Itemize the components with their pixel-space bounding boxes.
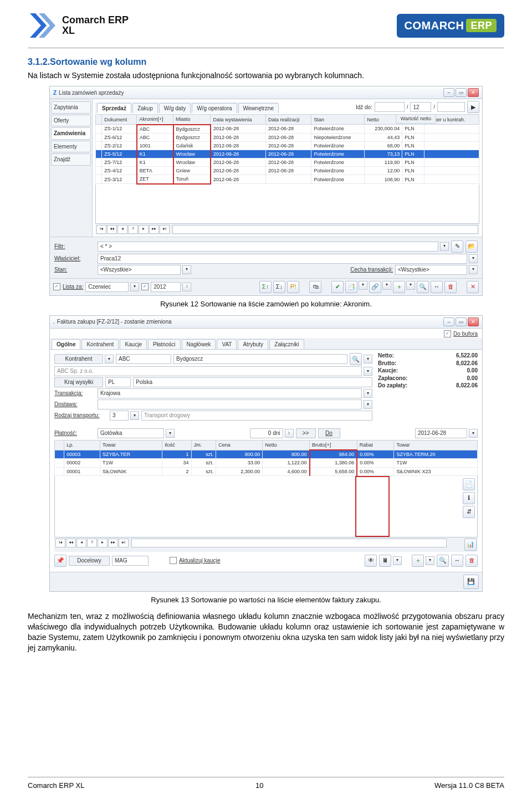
filtr-edit-button[interactable]: ✎ bbox=[451, 240, 463, 253]
invoice-items-table[interactable]: Lp.TowarIlośćJm.CenaNettoBrutto[+]RabatT… bbox=[54, 440, 478, 476]
kontrahent-search-dd[interactable]: ▾ bbox=[364, 355, 372, 363]
platnosc-dd[interactable]: ▾ bbox=[166, 429, 175, 438]
flag-button[interactable]: P! bbox=[287, 281, 299, 293]
pager2-help[interactable]: ? bbox=[87, 539, 97, 547]
idz-do-input[interactable] bbox=[375, 102, 405, 112]
item-move-button[interactable]: ⇵ bbox=[463, 506, 475, 518]
invoice-tab[interactable]: Płatności bbox=[148, 339, 181, 350]
docelowy-button[interactable]: Docelowy bbox=[69, 556, 110, 566]
kontrahent-button[interactable]: Kontrahent bbox=[54, 354, 103, 364]
firma-dd[interactable]: ▾ bbox=[364, 367, 372, 376]
item-delete-button[interactable]: 🗑 bbox=[466, 555, 478, 567]
stan-dd[interactable]: ▾ bbox=[182, 265, 191, 274]
pager-nextset[interactable]: ▸▸ bbox=[149, 225, 159, 234]
kraj-button[interactable]: Kraj wysyłki bbox=[54, 377, 103, 387]
rodzaj-dd[interactable]: ▾ bbox=[130, 411, 139, 420]
platnosc-date[interactable]: 2012-06-28 bbox=[415, 428, 467, 438]
idz-do-suffix[interactable] bbox=[437, 102, 465, 112]
pager2-last[interactable]: ▸I bbox=[119, 539, 129, 547]
pager2-track[interactable] bbox=[131, 539, 447, 547]
do-button[interactable]: Do bbox=[318, 428, 340, 438]
next-button[interactable]: >> bbox=[296, 428, 316, 438]
minimize-button-2[interactable]: – bbox=[443, 317, 454, 326]
pager-track[interactable] bbox=[172, 225, 478, 234]
kontrahent-dd[interactable]: ▾ bbox=[105, 355, 114, 363]
edit-button[interactable]: 🔍 bbox=[417, 281, 429, 293]
sidetab-oferty[interactable]: Oferty bbox=[51, 115, 91, 127]
toptab[interactable]: Wewnętrzne bbox=[238, 103, 279, 114]
pager-first[interactable]: I◂ bbox=[96, 225, 106, 234]
platnosc-date-dd[interactable]: ▾ bbox=[469, 429, 478, 438]
trans-input[interactable]: Krajowa bbox=[98, 388, 362, 398]
pager2-nextset[interactable]: ▸▸ bbox=[108, 539, 118, 547]
orders-table[interactable]: DokumentAkronim[+]MiastoData wystawienia… bbox=[95, 114, 479, 184]
dostawa-input[interactable] bbox=[98, 400, 362, 409]
wlasciciel-input[interactable]: Praca12 bbox=[98, 254, 467, 264]
close-window-button[interactable]: ✕ bbox=[467, 281, 479, 293]
maximize-button[interactable]: ▭ bbox=[456, 88, 467, 97]
move-button[interactable]: ↔ bbox=[431, 281, 443, 293]
add-button[interactable]: ＋ bbox=[393, 281, 405, 293]
lista-rok-check[interactable]: ✓ bbox=[141, 283, 149, 290]
receipt-button[interactable]: 📑 bbox=[345, 281, 357, 293]
invoice-tab[interactable]: Ogólne bbox=[52, 339, 80, 350]
pager-help[interactable]: ? bbox=[128, 225, 138, 234]
miasto-input[interactable]: Bydgoszcz bbox=[173, 354, 347, 364]
invoice-tab[interactable]: VAT bbox=[217, 339, 237, 350]
pager[interactable]: I◂ ◂◂ ◂ ? ▸ ▸▸ ▸I bbox=[95, 224, 479, 235]
lista-za-check[interactable]: ✓ bbox=[53, 283, 60, 290]
add-dd[interactable]: ▾ bbox=[406, 281, 415, 290]
pager-last[interactable]: ▸I bbox=[160, 225, 170, 234]
kontrahent-input[interactable]: ABC bbox=[116, 354, 171, 364]
invoice-tab[interactable]: Nagłówek bbox=[182, 339, 216, 350]
dostawa-dd[interactable]: ▾ bbox=[364, 400, 372, 409]
pager-prevset[interactable]: ◂◂ bbox=[107, 225, 117, 234]
toptab[interactable]: Sprzedaż bbox=[97, 103, 131, 114]
kraj-code[interactable]: PL bbox=[105, 377, 131, 387]
pager2-first[interactable]: I◂ bbox=[55, 539, 65, 547]
item-add-button[interactable]: ＋ bbox=[412, 555, 424, 567]
lista-rok-spin[interactable]: ↕ bbox=[182, 283, 191, 291]
kraj-name[interactable]: Polska bbox=[133, 377, 372, 387]
toptab[interactable]: W/g operatora bbox=[192, 103, 237, 114]
mag-input[interactable]: MAG bbox=[112, 556, 149, 566]
lista-rok[interactable]: 2012 bbox=[151, 282, 181, 292]
calc-button[interactable]: 🖩 bbox=[379, 555, 391, 567]
calc-dd[interactable]: ▾ bbox=[393, 556, 402, 565]
pager-next[interactable]: ▸ bbox=[139, 225, 149, 234]
sum-down-button[interactable]: Σ↓ bbox=[273, 281, 285, 293]
goto-button[interactable]: ▶ bbox=[467, 101, 479, 113]
maximize-button-2[interactable]: ▭ bbox=[456, 317, 467, 326]
invoice-tab[interactable]: Atrybuty bbox=[238, 339, 268, 350]
preview-button[interactable]: 👁 bbox=[365, 555, 377, 567]
pin-button[interactable]: 📌 bbox=[54, 555, 66, 567]
pager2-next[interactable]: ▸ bbox=[98, 539, 108, 547]
confirm-button[interactable]: ✔ bbox=[331, 281, 344, 293]
idz-do-num[interactable]: 12 bbox=[410, 102, 431, 112]
pager-prev[interactable]: ◂ bbox=[117, 225, 127, 234]
toptab[interactable]: W/g daty bbox=[159, 103, 191, 114]
item-edit-button[interactable]: 🔍 bbox=[437, 555, 449, 567]
sidetab-zapytania[interactable]: Zapytania bbox=[51, 101, 91, 114]
pager-2[interactable]: I◂ ◂◂ ◂ ? ▸ ▸▸ ▸I 📊 bbox=[54, 537, 478, 552]
invoice-tab[interactable]: Kontrahent bbox=[81, 339, 119, 350]
invoice-tab[interactable]: Załączniki bbox=[269, 339, 304, 350]
kontrahent-search-button[interactable]: 🔍 bbox=[350, 353, 362, 365]
pager2-prev[interactable]: ◂ bbox=[76, 539, 86, 547]
receipt-dd[interactable]: ▾ bbox=[359, 281, 367, 290]
filtr-open-button[interactable]: 📂 bbox=[466, 240, 478, 253]
item-info-button[interactable]: ℹ bbox=[463, 492, 475, 504]
minimize-button[interactable]: – bbox=[443, 88, 454, 97]
chain-button[interactable]: 🔗 bbox=[369, 281, 381, 293]
save-button[interactable]: 💾 bbox=[463, 575, 479, 589]
item-add-dd[interactable]: ▾ bbox=[426, 556, 434, 565]
filtr-input[interactable]: < * > bbox=[98, 242, 438, 252]
lista-mies-dd[interactable]: ▾ bbox=[130, 283, 139, 291]
toptab[interactable]: Zakup bbox=[132, 103, 158, 114]
lista-miesiac[interactable]: Czerwiec bbox=[85, 282, 129, 292]
delete-button[interactable]: 🗑 bbox=[444, 281, 457, 293]
cecha-dd[interactable]: ▾ bbox=[469, 265, 478, 274]
basket-button[interactable]: 🛍 bbox=[309, 281, 321, 293]
dni-spin[interactable]: ↕ bbox=[285, 429, 294, 438]
wlasciciel-dd[interactable]: ▾ bbox=[469, 254, 478, 263]
